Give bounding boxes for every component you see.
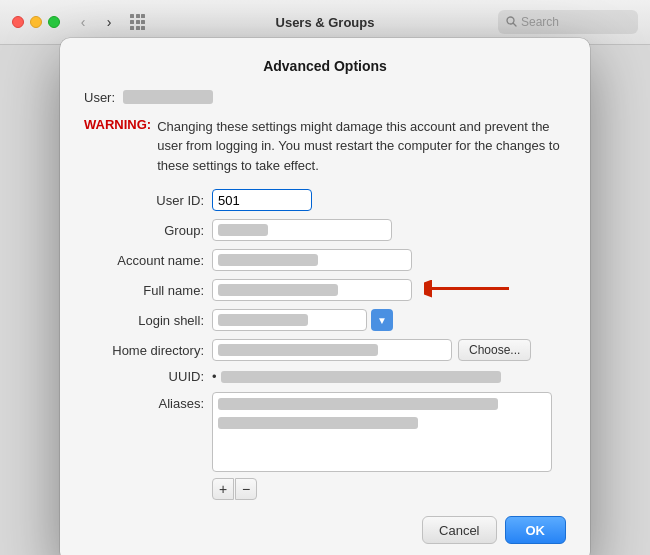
account-name-row: Account name: (84, 249, 566, 271)
group-input[interactable] (212, 219, 392, 241)
aliases-section: + − (212, 392, 552, 500)
user-row: User: (84, 90, 566, 105)
dialog-title: Advanced Options (84, 58, 566, 74)
full-name-label: Full name: (84, 283, 204, 298)
traffic-lights (12, 16, 60, 28)
home-directory-input[interactable] (212, 339, 452, 361)
dialog-footer: Cancel OK (84, 516, 566, 544)
search-placeholder: Search (521, 15, 559, 29)
warning-label: WARNING: (84, 117, 151, 176)
full-name-input[interactable] (212, 279, 412, 301)
home-directory-label: Home directory: (84, 343, 204, 358)
nav-buttons: ‹ › (72, 11, 120, 33)
chevron-down-icon: ▼ (377, 315, 387, 326)
alias-item-2 (218, 417, 418, 429)
svg-point-0 (507, 17, 514, 24)
user-id-row: User ID: (84, 189, 566, 211)
red-arrow-indicator (424, 274, 514, 307)
user-label: User: (84, 90, 115, 105)
account-name-label: Account name: (84, 253, 204, 268)
remove-alias-button[interactable]: − (235, 478, 257, 500)
alias-buttons: + − (212, 478, 552, 500)
forward-button[interactable]: › (98, 11, 120, 33)
full-name-row: Full name: (84, 279, 566, 301)
maximize-button[interactable] (48, 16, 60, 28)
advanced-options-dialog: Advanced Options User: WARNING: Changing… (60, 38, 590, 555)
alias-item-1 (218, 398, 498, 410)
minimize-button[interactable] (30, 16, 42, 28)
svg-line-1 (514, 23, 517, 26)
login-shell-dropdown[interactable]: ▼ (371, 309, 393, 331)
login-shell-controls: ▼ (212, 309, 393, 331)
form-grid: User ID: Group: Account name: Full name: (84, 189, 566, 500)
login-shell-input[interactable] (212, 309, 367, 331)
back-button[interactable]: ‹ (72, 11, 94, 33)
search-icon (506, 16, 517, 29)
window-title: Users & Groups (276, 15, 375, 30)
aliases-box[interactable] (212, 392, 552, 472)
close-button[interactable] (12, 16, 24, 28)
login-shell-row: Login shell: ▼ (84, 309, 566, 331)
aliases-row: Aliases: + − (84, 392, 566, 500)
modal-overlay: Advanced Options User: WARNING: Changing… (0, 45, 650, 555)
uuid-prefix: • (212, 369, 217, 384)
cancel-button[interactable]: Cancel (422, 516, 496, 544)
warning-text: Changing these settings might damage thi… (157, 117, 566, 176)
grid-icon[interactable] (130, 14, 146, 30)
uuid-row: UUID: • (84, 369, 566, 384)
account-name-input[interactable] (212, 249, 412, 271)
uuid-label: UUID: (84, 369, 204, 384)
home-directory-row: Home directory: Choose... (84, 339, 566, 361)
warning-box: WARNING: Changing these settings might d… (84, 117, 566, 176)
uuid-value (221, 371, 501, 383)
add-alias-button[interactable]: + (212, 478, 234, 500)
aliases-label: Aliases: (84, 392, 204, 411)
ok-button[interactable]: OK (505, 516, 567, 544)
choose-button[interactable]: Choose... (458, 339, 531, 361)
search-box[interactable]: Search (498, 10, 638, 34)
group-label: Group: (84, 223, 204, 238)
group-row: Group: (84, 219, 566, 241)
user-id-label: User ID: (84, 193, 204, 208)
user-value (123, 90, 213, 104)
user-id-input[interactable] (212, 189, 312, 211)
home-directory-controls: Choose... (212, 339, 531, 361)
login-shell-label: Login shell: (84, 313, 204, 328)
